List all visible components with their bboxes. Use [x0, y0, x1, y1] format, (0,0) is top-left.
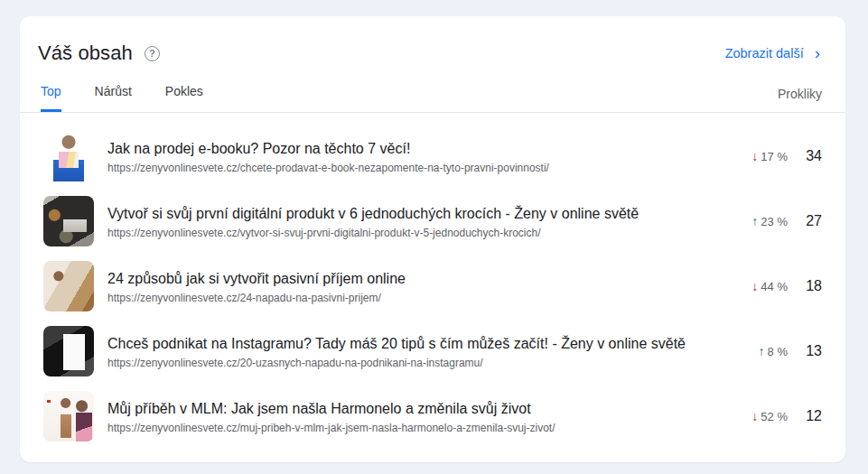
trend-down-icon: ↓	[751, 280, 758, 293]
trend-up-icon: ↑	[751, 215, 758, 228]
trend-down-icon: ↓	[751, 150, 758, 163]
content-row[interactable]: Jak na prodej e-booku? Pozor na těchto 7…	[43, 124, 822, 189]
your-content-card: Váš obsah ? Zobrazit další › Top Nárůst …	[20, 16, 845, 462]
article-title: Můj příběh v MLM: Jak jsem našla Harmone…	[107, 399, 721, 419]
article-text: Vytvoř si svůj první digitální produkt v…	[107, 204, 732, 239]
clicks-count: 13	[788, 343, 822, 359]
trend-indicator: ↓ 17 %	[732, 150, 788, 163]
trend-indicator: ↓ 52 %	[732, 410, 788, 423]
show-more-link[interactable]: Zobrazit další ›	[725, 45, 820, 62]
clicks-count: 34	[788, 148, 822, 164]
article-stats: ↓ 52 % 12	[732, 408, 822, 424]
article-title: Jak na prodej e-booku? Pozor na těchto 7…	[107, 139, 721, 159]
article-stats: ↓ 17 % 34	[732, 148, 822, 164]
trend-indicator: ↓ 44 %	[732, 280, 788, 293]
content-row[interactable]: Chceš podnikat na Instagramu? Tady máš 2…	[43, 319, 822, 384]
article-thumbnail	[43, 131, 94, 181]
trend-indicator: ↑ 8 %	[732, 345, 788, 358]
article-thumbnail	[43, 261, 94, 311]
article-text: Můj příběh v MLM: Jak jsem našla Harmone…	[107, 399, 732, 434]
article-stats: ↑ 8 % 13	[732, 343, 822, 359]
article-url: https://zenyvonlinesvete.cz/vytvor-si-sv…	[107, 227, 721, 239]
chevron-right-icon: ›	[815, 44, 820, 61]
content-row[interactable]: 24 způsobů jak si vytvořit pasivní příje…	[43, 254, 822, 319]
clicks-count: 18	[788, 278, 822, 294]
content-list: Jak na prodej e-booku? Pozor na těchto 7…	[20, 113, 845, 449]
show-more-label: Zobrazit další	[725, 46, 804, 60]
trend-down-icon: ↓	[751, 410, 758, 423]
card-header: Váš obsah ? Zobrazit další ›	[20, 16, 845, 65]
article-url: https://zenyvonlinesvete.cz/chcete-proda…	[107, 162, 721, 174]
article-text: 24 způsobů jak si vytvořit pasivní příje…	[107, 269, 732, 304]
trend-percent: 52 %	[761, 410, 788, 423]
clicks-count: 27	[788, 213, 822, 229]
article-stats: ↓ 44 % 18	[732, 278, 822, 294]
article-title: Chceš podnikat na Instagramu? Tady máš 2…	[107, 334, 721, 354]
article-title: 24 způsobů jak si vytvořit pasivní příje…	[107, 269, 721, 289]
help-icon[interactable]: ?	[145, 46, 160, 61]
trend-percent: 8 %	[768, 345, 788, 358]
article-text: Jak na prodej e-booku? Pozor na těchto 7…	[107, 139, 732, 174]
trend-up-icon: ↑	[759, 345, 765, 358]
clicks-count: 12	[788, 408, 822, 424]
content-row[interactable]: Můj příběh v MLM: Jak jsem našla Harmone…	[43, 384, 822, 449]
article-url: https://zenyvonlinesvete.cz/muj-pribeh-v…	[107, 422, 721, 434]
tab-pokles[interactable]: Pokles	[165, 84, 203, 112]
trend-percent: 44 %	[761, 280, 788, 293]
trend-indicator: ↑ 23 %	[732, 215, 788, 228]
page-title: Váš obsah	[38, 42, 133, 65]
content-row[interactable]: Vytvoř si svůj první digitální produkt v…	[43, 189, 822, 254]
tab-top[interactable]: Top	[41, 84, 61, 112]
tabs-row: Top Nárůst Pokles Prokliky	[20, 84, 845, 113]
trend-percent: 23 %	[761, 215, 788, 228]
article-stats: ↑ 23 % 27	[732, 213, 822, 229]
article-title: Vytvoř si svůj první digitální produkt v…	[107, 204, 721, 224]
article-thumbnail	[43, 196, 94, 246]
article-url: https://zenyvonlinesvete.cz/24-napadu-na…	[107, 292, 721, 304]
article-thumbnail	[43, 326, 94, 376]
article-url: https://zenyvonlinesvete.cz/20-uzasnych-…	[107, 357, 721, 369]
clicks-column-header: Prokliky	[778, 87, 822, 112]
tab-narust[interactable]: Nárůst	[95, 84, 132, 112]
article-thumbnail	[43, 391, 94, 441]
article-text: Chceš podnikat na Instagramu? Tady máš 2…	[107, 334, 732, 369]
trend-percent: 17 %	[761, 150, 788, 163]
